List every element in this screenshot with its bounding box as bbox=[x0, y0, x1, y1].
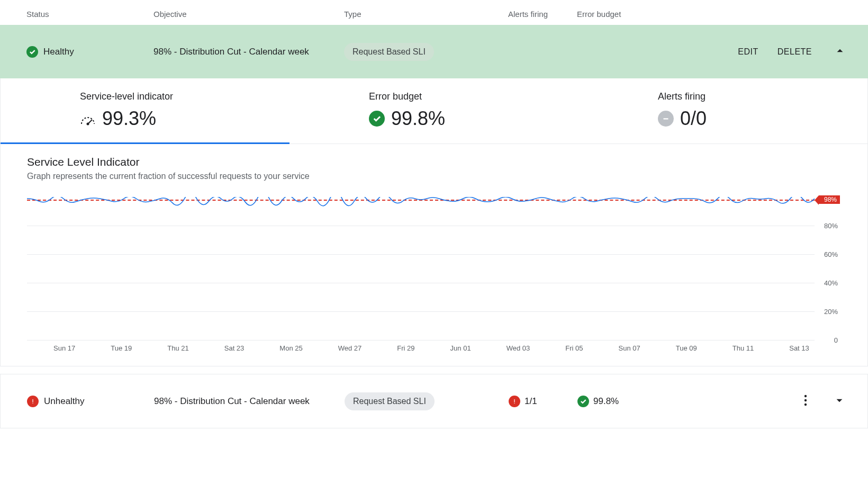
status-label: Healthy bbox=[43, 47, 74, 57]
expanded-panel: Service-level indicator 99.3% Error budg… bbox=[0, 78, 868, 366]
chart-x-axis: Sun 17 Tue 19 Thu 21 Sat 23 Mon 25 Wed 2… bbox=[27, 344, 815, 352]
svg-point-9 bbox=[804, 403, 807, 405]
status-cell: Healthy bbox=[26, 46, 153, 58]
chart-x-tick: Jun 01 bbox=[450, 344, 471, 352]
budget-check-icon bbox=[577, 396, 589, 407]
tab-sli[interactable]: Service-level indicator 99.3% bbox=[1, 78, 290, 144]
column-header-row: Status Objective Type Alerts firing Erro… bbox=[0, 0, 868, 25]
chart-x-tick: Tue 19 bbox=[111, 344, 132, 352]
alerts-cell: 1/1 bbox=[509, 396, 577, 407]
chart-box: 98% 80% 60% 40% 20% 0 bbox=[27, 197, 815, 340]
chart-grid-line bbox=[27, 340, 815, 340]
chart-grid-line bbox=[27, 283, 815, 283]
svg-point-1 bbox=[87, 123, 89, 125]
slo-row-healthy[interactable]: Healthy 98% - Distribution Cut - Calenda… bbox=[0, 25, 868, 78]
svg-rect-3 bbox=[32, 399, 33, 402]
expand-button[interactable] bbox=[830, 391, 848, 411]
objective-label: 98% - Distribution Cut - Calendar week bbox=[154, 396, 345, 407]
budget-check-icon bbox=[369, 111, 385, 127]
col-status: Status bbox=[26, 10, 153, 19]
alerts-neutral-icon bbox=[658, 111, 674, 127]
metrics-tabs: Service-level indicator 99.3% Error budg… bbox=[1, 78, 867, 144]
chart-x-tick: Thu 11 bbox=[733, 344, 754, 352]
more-button[interactable] bbox=[800, 394, 811, 409]
tab-alerts-firing[interactable]: Alerts firing 0/0 bbox=[578, 78, 867, 144]
svg-rect-4 bbox=[32, 402, 33, 403]
chart-y-tick: 0 bbox=[834, 336, 838, 344]
gauge-icon bbox=[80, 114, 96, 123]
status-label: Unhealthy bbox=[44, 396, 85, 407]
chart-x-tick: Sun 17 bbox=[53, 344, 75, 352]
chart-y-tick: 80% bbox=[824, 222, 838, 230]
chart-x-tick: Sat 23 bbox=[224, 344, 245, 352]
chart-y-tick: 20% bbox=[824, 308, 838, 316]
col-objective: Objective bbox=[153, 10, 344, 19]
type-pill: Request Based SLI bbox=[345, 392, 435, 410]
svg-point-8 bbox=[804, 399, 807, 401]
chart-subtitle: Graph represents the current fraction of… bbox=[27, 172, 841, 181]
alert-icon bbox=[509, 396, 520, 407]
chart-x-tick: Wed 03 bbox=[507, 344, 530, 352]
slo-row-unhealthy[interactable]: Unhealthy 98% - Distribution Cut - Calen… bbox=[0, 374, 868, 428]
actions-cell: EDIT DELETE bbox=[683, 42, 857, 61]
chart-grid-line bbox=[27, 226, 815, 226]
chart-x-tick: Tue 09 bbox=[676, 344, 697, 352]
svg-rect-6 bbox=[514, 402, 514, 403]
col-type: Type bbox=[344, 10, 508, 19]
budget-value: 99.8% bbox=[593, 396, 619, 407]
actions-cell bbox=[683, 391, 857, 411]
chart-title: Service Level Indicator bbox=[27, 156, 841, 168]
status-cell: Unhealthy bbox=[27, 396, 154, 407]
svg-point-7 bbox=[804, 395, 807, 397]
alerts-value: 0/0 bbox=[680, 107, 707, 130]
svg-rect-5 bbox=[514, 399, 514, 402]
unhealthy-alert-icon bbox=[27, 396, 39, 407]
sli-label: Service-level indicator bbox=[80, 91, 277, 102]
edit-button[interactable]: EDIT bbox=[738, 47, 758, 57]
alerts-value: 1/1 bbox=[525, 396, 537, 407]
chart-x-tick: Sun 07 bbox=[618, 344, 640, 352]
objective-label: 98% - Distribution Cut - Calendar week bbox=[153, 47, 344, 57]
chart-x-tick: Sat 13 bbox=[789, 344, 809, 352]
chevron-up-icon bbox=[833, 44, 847, 58]
alerts-label: Alerts firing bbox=[658, 91, 855, 102]
budget-value: 99.8% bbox=[391, 107, 445, 130]
budget-cell: 99.8% bbox=[577, 396, 683, 407]
delete-button[interactable]: DELETE bbox=[777, 47, 812, 57]
svg-rect-2 bbox=[664, 118, 668, 119]
collapse-button[interactable] bbox=[831, 42, 849, 61]
chart-threshold-badge: 98% bbox=[819, 195, 840, 204]
chart-section: Service Level Indicator Graph represents… bbox=[1, 144, 867, 366]
healthy-check-icon bbox=[26, 46, 38, 58]
col-alerts: Alerts firing bbox=[508, 10, 577, 19]
sli-value: 99.3% bbox=[102, 107, 156, 130]
chart-x-tick: Fri 05 bbox=[565, 344, 583, 352]
chevron-down-icon bbox=[833, 393, 846, 407]
col-budget: Error budget bbox=[577, 10, 683, 19]
more-vert-icon bbox=[804, 394, 807, 407]
tab-error-budget[interactable]: Error budget 99.8% bbox=[290, 78, 578, 144]
chart-x-tick: Mon 25 bbox=[279, 344, 302, 352]
chart-x-tick: Wed 27 bbox=[338, 344, 362, 352]
chart-grid-line bbox=[27, 311, 815, 312]
chart-x-tick: Thu 21 bbox=[167, 344, 188, 352]
budget-label: Error budget bbox=[369, 91, 566, 102]
chart-grid-line bbox=[27, 254, 815, 255]
chart-y-tick: 40% bbox=[824, 279, 838, 287]
chart-x-tick: Fri 29 bbox=[397, 344, 414, 352]
chart-data-line bbox=[27, 197, 815, 213]
chart-y-tick: 60% bbox=[824, 250, 838, 258]
type-pill: Request Based SLI bbox=[344, 43, 434, 61]
